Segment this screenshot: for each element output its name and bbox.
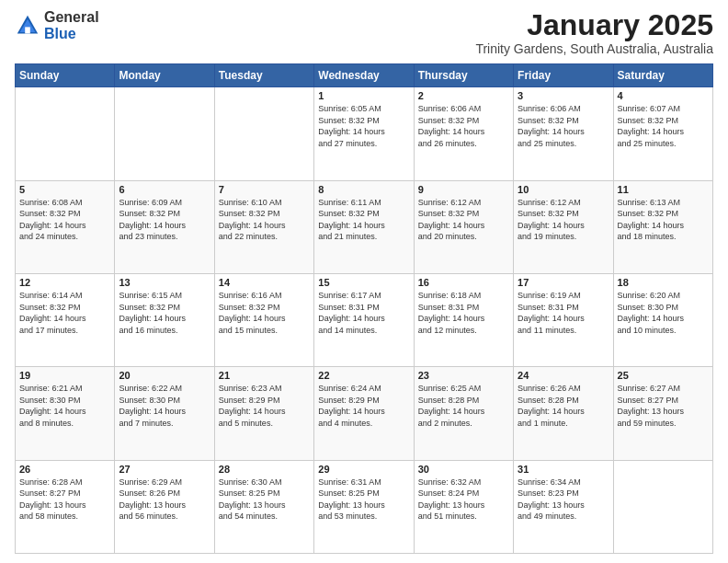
calendar-cell-4-5: 31Sunrise: 6:34 AM Sunset: 8:23 PM Dayli… <box>514 460 613 553</box>
day-info: Sunrise: 6:15 AM Sunset: 8:32 PM Dayligh… <box>119 290 210 336</box>
day-number: 19 <box>19 370 110 381</box>
day-number: 4 <box>618 90 709 101</box>
calendar-cell-0-0 <box>16 87 115 180</box>
day-number: 24 <box>518 370 609 381</box>
logo-text: General Blue <box>44 9 99 41</box>
day-info: Sunrise: 6:32 AM Sunset: 8:24 PM Dayligh… <box>418 477 509 523</box>
day-info: Sunrise: 6:11 AM Sunset: 8:32 PM Dayligh… <box>318 197 409 243</box>
day-number: 3 <box>518 90 609 101</box>
logo: General Blue <box>15 9 99 41</box>
calendar-cell-1-5: 10Sunrise: 6:12 AM Sunset: 8:32 PM Dayli… <box>514 180 613 273</box>
header-friday: Friday <box>514 64 613 87</box>
calendar-cell-4-6 <box>613 460 712 553</box>
day-number: 21 <box>219 370 310 381</box>
day-info: Sunrise: 6:27 AM Sunset: 8:27 PM Dayligh… <box>618 383 709 429</box>
header-monday: Monday <box>115 64 214 87</box>
day-number: 22 <box>318 370 409 381</box>
logo-general-label: General <box>44 9 99 26</box>
day-info: Sunrise: 6:07 AM Sunset: 8:32 PM Dayligh… <box>618 103 709 149</box>
logo-blue-label: Blue <box>44 26 99 42</box>
calendar-cell-4-4: 30Sunrise: 6:32 AM Sunset: 8:24 PM Dayli… <box>414 460 513 553</box>
calendar-cell-3-3: 22Sunrise: 6:24 AM Sunset: 8:29 PM Dayli… <box>314 367 414 460</box>
calendar-cell-3-6: 25Sunrise: 6:27 AM Sunset: 8:27 PM Dayli… <box>613 367 712 460</box>
day-number: 13 <box>119 277 210 288</box>
day-number: 31 <box>518 464 609 475</box>
day-number: 18 <box>618 277 709 288</box>
day-info: Sunrise: 6:16 AM Sunset: 8:32 PM Dayligh… <box>219 290 310 336</box>
calendar-cell-3-0: 19Sunrise: 6:21 AM Sunset: 8:30 PM Dayli… <box>16 367 115 460</box>
header-sunday: Sunday <box>16 64 115 87</box>
day-info: Sunrise: 6:19 AM Sunset: 8:31 PM Dayligh… <box>518 290 609 336</box>
calendar-cell-1-3: 8Sunrise: 6:11 AM Sunset: 8:32 PM Daylig… <box>314 180 414 273</box>
day-number: 16 <box>418 277 509 288</box>
day-info: Sunrise: 6:24 AM Sunset: 8:29 PM Dayligh… <box>318 383 409 429</box>
day-number: 7 <box>219 184 310 195</box>
day-info: Sunrise: 6:06 AM Sunset: 8:32 PM Dayligh… <box>518 103 609 149</box>
header-thursday: Thursday <box>414 64 513 87</box>
header: General Blue January 2025 Trinity Garden… <box>15 9 713 56</box>
calendar-cell-2-4: 16Sunrise: 6:18 AM Sunset: 8:31 PM Dayli… <box>414 273 513 366</box>
day-number: 30 <box>418 464 509 475</box>
day-info: Sunrise: 6:31 AM Sunset: 8:25 PM Dayligh… <box>318 477 409 523</box>
calendar-cell-4-1: 27Sunrise: 6:29 AM Sunset: 8:26 PM Dayli… <box>115 460 214 553</box>
calendar-cell-3-4: 23Sunrise: 6:25 AM Sunset: 8:28 PM Dayli… <box>414 367 513 460</box>
day-number: 28 <box>219 464 310 475</box>
day-info: Sunrise: 6:28 AM Sunset: 8:27 PM Dayligh… <box>19 477 110 523</box>
day-number: 9 <box>418 184 509 195</box>
calendar-cell-1-1: 6Sunrise: 6:09 AM Sunset: 8:32 PM Daylig… <box>115 180 214 273</box>
title-month: January 2025 <box>475 9 713 41</box>
day-info: Sunrise: 6:34 AM Sunset: 8:23 PM Dayligh… <box>518 477 609 523</box>
day-info: Sunrise: 6:20 AM Sunset: 8:30 PM Dayligh… <box>618 290 709 336</box>
day-number: 23 <box>418 370 509 381</box>
day-info: Sunrise: 6:10 AM Sunset: 8:32 PM Dayligh… <box>219 197 310 243</box>
day-info: Sunrise: 6:05 AM Sunset: 8:32 PM Dayligh… <box>318 103 409 149</box>
day-number: 27 <box>119 464 210 475</box>
day-number: 6 <box>119 184 210 195</box>
week-row-1: 1Sunrise: 6:05 AM Sunset: 8:32 PM Daylig… <box>16 87 713 180</box>
day-info: Sunrise: 6:12 AM Sunset: 8:32 PM Dayligh… <box>418 197 509 243</box>
calendar-cell-2-1: 13Sunrise: 6:15 AM Sunset: 8:32 PM Dayli… <box>115 273 214 366</box>
day-number: 29 <box>318 464 409 475</box>
day-info: Sunrise: 6:29 AM Sunset: 8:26 PM Dayligh… <box>119 477 210 523</box>
calendar-cell-0-6: 4Sunrise: 6:07 AM Sunset: 8:32 PM Daylig… <box>613 87 712 180</box>
calendar-cell-4-3: 29Sunrise: 6:31 AM Sunset: 8:25 PM Dayli… <box>314 460 414 553</box>
weekday-header-row: Sunday Monday Tuesday Wednesday Thursday… <box>16 64 713 87</box>
header-saturday: Saturday <box>613 64 712 87</box>
svg-rect-2 <box>25 27 30 33</box>
calendar-cell-1-4: 9Sunrise: 6:12 AM Sunset: 8:32 PM Daylig… <box>414 180 513 273</box>
title-block: January 2025 Trinity Gardens, South Aust… <box>475 9 713 56</box>
day-info: Sunrise: 6:22 AM Sunset: 8:30 PM Dayligh… <box>119 383 210 429</box>
day-info: Sunrise: 6:23 AM Sunset: 8:29 PM Dayligh… <box>219 383 310 429</box>
day-info: Sunrise: 6:08 AM Sunset: 8:32 PM Dayligh… <box>19 197 110 243</box>
day-info: Sunrise: 6:25 AM Sunset: 8:28 PM Dayligh… <box>418 383 509 429</box>
day-info: Sunrise: 6:13 AM Sunset: 8:32 PM Dayligh… <box>618 197 709 243</box>
day-number: 20 <box>119 370 210 381</box>
title-location: Trinity Gardens, South Australia, Austra… <box>475 41 713 56</box>
week-row-3: 12Sunrise: 6:14 AM Sunset: 8:32 PM Dayli… <box>16 273 713 366</box>
day-number: 14 <box>219 277 310 288</box>
day-info: Sunrise: 6:14 AM Sunset: 8:32 PM Dayligh… <box>19 290 110 336</box>
day-info: Sunrise: 6:21 AM Sunset: 8:30 PM Dayligh… <box>19 383 110 429</box>
day-number: 17 <box>518 277 609 288</box>
calendar-cell-4-0: 26Sunrise: 6:28 AM Sunset: 8:27 PM Dayli… <box>16 460 115 553</box>
calendar-cell-0-4: 2Sunrise: 6:06 AM Sunset: 8:32 PM Daylig… <box>414 87 513 180</box>
logo-icon <box>15 13 40 39</box>
calendar-cell-1-6: 11Sunrise: 6:13 AM Sunset: 8:32 PM Dayli… <box>613 180 712 273</box>
week-row-5: 26Sunrise: 6:28 AM Sunset: 8:27 PM Dayli… <box>16 460 713 553</box>
day-number: 1 <box>318 90 409 101</box>
calendar-cell-4-2: 28Sunrise: 6:30 AM Sunset: 8:25 PM Dayli… <box>214 460 313 553</box>
calendar-cell-0-5: 3Sunrise: 6:06 AM Sunset: 8:32 PM Daylig… <box>514 87 613 180</box>
day-number: 12 <box>19 277 110 288</box>
day-info: Sunrise: 6:18 AM Sunset: 8:31 PM Dayligh… <box>418 290 509 336</box>
header-tuesday: Tuesday <box>214 64 313 87</box>
calendar-cell-0-2 <box>214 87 313 180</box>
calendar-cell-0-3: 1Sunrise: 6:05 AM Sunset: 8:32 PM Daylig… <box>314 87 414 180</box>
page: General Blue January 2025 Trinity Garden… <box>0 0 728 563</box>
calendar-cell-2-2: 14Sunrise: 6:16 AM Sunset: 8:32 PM Dayli… <box>214 273 313 366</box>
day-info: Sunrise: 6:12 AM Sunset: 8:32 PM Dayligh… <box>518 197 609 243</box>
day-number: 15 <box>318 277 409 288</box>
calendar-cell-1-2: 7Sunrise: 6:10 AM Sunset: 8:32 PM Daylig… <box>214 180 313 273</box>
day-info: Sunrise: 6:17 AM Sunset: 8:31 PM Dayligh… <box>318 290 409 336</box>
calendar-cell-0-1 <box>115 87 214 180</box>
day-number: 8 <box>318 184 409 195</box>
